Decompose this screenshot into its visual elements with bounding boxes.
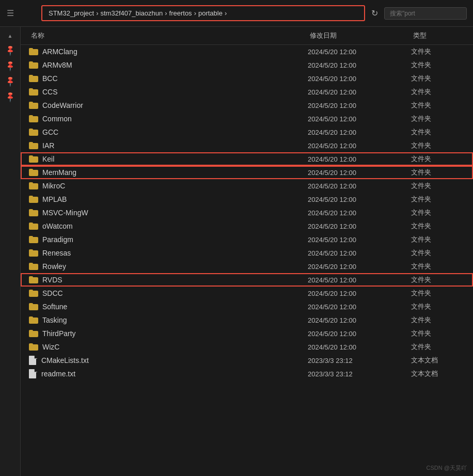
file-name-cell: MemMang — [29, 168, 308, 177]
file-name-label: BCC — [42, 74, 58, 83]
file-name-label: SDCC — [42, 289, 63, 297]
table-row[interactable]: ARMv8M 2024/5/20 12:00 文件夹 — [21, 58, 473, 72]
file-name-cell: Keil — [29, 155, 308, 163]
table-row[interactable]: Softune 2024/5/20 12:00 文件夹 — [21, 300, 473, 313]
table-row[interactable]: Common 2024/5/20 12:00 文件夹 — [21, 112, 473, 125]
watermark: CSDN @天昊吖 — [427, 464, 467, 472]
file-name-cell: MPLAB — [29, 195, 308, 203]
separator-2: › — [165, 9, 167, 17]
file-name-label: MSVC-MingW — [42, 209, 88, 217]
col-header-name: 名称 — [29, 30, 308, 41]
sidebar-toggle[interactable]: ☰ — [0, 8, 21, 18]
file-name-label: ARMClang — [42, 47, 77, 56]
file-name-cell: Softune — [29, 303, 308, 311]
folder-icon — [29, 61, 38, 69]
folder-icon — [29, 169, 38, 176]
table-row[interactable]: MemMang 2024/5/20 12:00 文件夹 — [21, 166, 473, 179]
file-name-label: MPLAB — [42, 195, 67, 203]
col-header-modified: 修改日期 — [308, 30, 411, 41]
file-name-cell: GCC — [29, 128, 308, 136]
file-date-cell: 2024/5/20 12:00 — [308, 196, 411, 203]
folder-icon — [29, 88, 38, 96]
table-row[interactable]: Rowley 2024/5/20 12:00 文件夹 — [21, 260, 473, 273]
folder-icon — [29, 48, 38, 55]
file-name-label: MikroC — [42, 182, 65, 190]
file-date-cell: 2024/5/20 12:00 — [308, 142, 411, 150]
top-bar: ☰ STM32_project › stm32f407_biaozhun › f… — [0, 0, 473, 27]
file-name-cell: BCC — [29, 74, 308, 83]
file-date-cell: 2024/5/20 12:00 — [308, 249, 411, 257]
folder-icon — [29, 155, 38, 163]
file-name-label: ARMv8M — [42, 61, 72, 69]
file-date-cell: 2024/5/20 12:00 — [308, 263, 411, 271]
file-date-cell: 2024/5/20 12:00 — [308, 115, 411, 123]
folder-icon — [29, 249, 38, 257]
folder-icon — [29, 102, 38, 109]
table-row[interactable]: CMakeLists.txt 2023/3/3 23:12 文本文档 — [21, 354, 473, 367]
table-row[interactable]: readme.txt 2023/3/3 23:12 文本文档 — [21, 367, 473, 380]
file-name-cell: CodeWarrior — [29, 101, 308, 109]
file-name-cell: RVDS — [29, 276, 308, 284]
table-row[interactable]: ThirdParty 2024/5/20 12:00 文件夹 — [21, 327, 473, 340]
table-row[interactable]: Renesas 2024/5/20 12:00 文件夹 — [21, 246, 473, 260]
file-date-cell: 2023/3/3 23:12 — [308, 370, 411, 378]
file-name-label: Paradigm — [42, 235, 73, 244]
file-date-cell: 2024/5/20 12:00 — [308, 102, 411, 109]
folder-icon — [29, 330, 38, 337]
file-name-cell: ARMClang — [29, 47, 308, 56]
address-bar[interactable]: STM32_project › stm32f407_biaozhun › fre… — [41, 5, 365, 21]
table-row[interactable]: SDCC 2024/5/20 12:00 文件夹 — [21, 287, 473, 300]
path-segment-4[interactable]: portable — [198, 9, 223, 17]
table-row[interactable]: MikroC 2024/5/20 12:00 文件夹 — [21, 179, 473, 193]
file-type-cell: 文件夹 — [411, 74, 473, 83]
file-name-label: GCC — [42, 128, 58, 136]
folder-icon — [29, 223, 38, 230]
table-row[interactable]: GCC 2024/5/20 12:00 文件夹 — [21, 125, 473, 139]
refresh-button[interactable]: ↻ — [369, 6, 380, 20]
table-row[interactable]: WizC 2024/5/20 12:00 文件夹 — [21, 340, 473, 354]
table-row[interactable]: IAR 2024/5/20 12:00 文件夹 — [21, 139, 473, 152]
table-row[interactable]: Tasking 2024/5/20 12:00 文件夹 — [21, 313, 473, 327]
file-type-cell: 文件夹 — [411, 275, 473, 284]
table-row[interactable]: MSVC-MingW 2024/5/20 12:00 文件夹 — [21, 206, 473, 219]
file-name-cell: readme.txt — [29, 369, 308, 378]
file-name-label: Keil — [42, 155, 54, 163]
file-name-cell: Common — [29, 115, 308, 123]
file-type-cell: 文件夹 — [411, 87, 473, 97]
table-row[interactable]: Keil 2024/5/20 12:00 文件夹 — [21, 152, 473, 166]
pin-icon-4[interactable]: 📌 — [1, 88, 19, 106]
file-date-cell: 2024/5/20 12:00 — [308, 316, 411, 324]
path-segment-2[interactable]: stm32f407_biaozhun — [101, 9, 163, 17]
table-row[interactable]: oWatcom 2024/5/20 12:00 文件夹 — [21, 219, 473, 233]
file-icon — [29, 369, 37, 378]
file-name-label: oWatcom — [42, 222, 73, 230]
file-date-cell: 2024/5/20 12:00 — [308, 61, 411, 69]
path-segment-1[interactable]: STM32_project — [49, 9, 94, 17]
file-name-label: CMakeLists.txt — [41, 356, 89, 364]
table-row[interactable]: CodeWarrior 2024/5/20 12:00 文件夹 — [21, 99, 473, 112]
table-row[interactable]: MPLAB 2024/5/20 12:00 文件夹 — [21, 193, 473, 206]
search-input[interactable] — [384, 7, 467, 20]
folder-icon — [29, 142, 38, 149]
path-segment-3[interactable]: freertos — [169, 9, 192, 17]
collapse-arrow[interactable]: ▲ — [6, 31, 15, 41]
table-row[interactable]: ARMClang 2024/5/20 12:00 文件夹 — [21, 45, 473, 58]
file-date-cell: 2024/5/20 12:00 — [308, 303, 411, 311]
file-list: ARMClang 2024/5/20 12:00 文件夹 ARMv8M 2024… — [21, 45, 473, 380]
table-row[interactable]: RVDS 2024/5/20 12:00 文件夹 — [21, 273, 473, 287]
file-name-cell: Renesas — [29, 249, 308, 257]
file-type-cell: 文本文档 — [411, 356, 473, 365]
table-row[interactable]: Paradigm 2024/5/20 12:00 文件夹 — [21, 233, 473, 246]
file-type-cell: 文本文档 — [411, 369, 473, 378]
separator-4: › — [225, 9, 227, 17]
table-row[interactable]: BCC 2024/5/20 12:00 文件夹 — [21, 72, 473, 85]
file-name-label: RVDS — [42, 276, 62, 284]
table-row[interactable]: CCS 2024/5/20 12:00 文件夹 — [21, 85, 473, 99]
folder-icon — [29, 236, 38, 243]
file-type-cell: 文件夹 — [411, 289, 473, 298]
file-name-label: Tasking — [42, 316, 67, 324]
file-date-cell: 2024/5/20 12:00 — [308, 182, 411, 190]
folder-icon — [29, 115, 38, 122]
folder-icon — [29, 182, 38, 189]
file-name-label: Renesas — [42, 249, 71, 257]
